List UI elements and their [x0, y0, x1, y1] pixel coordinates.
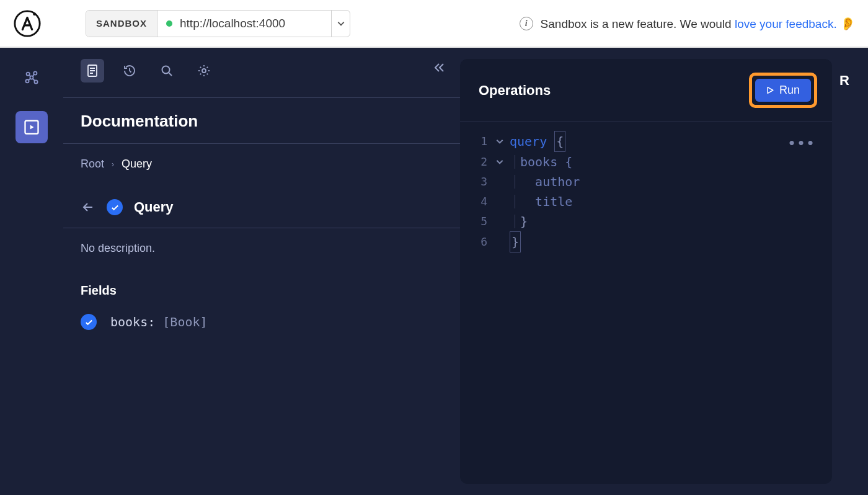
fold-icon[interactable]: [494, 137, 506, 146]
response-panel-title: R: [832, 59, 867, 495]
feedback-banner: i Sandbox is a new feature. We would lov…: [520, 16, 856, 31]
svg-point-1: [33, 12, 36, 16]
breadcrumb: Root › Query: [63, 144, 460, 190]
type-name: Query: [134, 199, 174, 215]
run-button[interactable]: Run: [755, 79, 811, 102]
settings-icon[interactable]: [192, 59, 216, 82]
endpoint-dropdown-toggle[interactable]: [331, 11, 350, 37]
banner-text: Sandbox is a new feature. We would: [541, 17, 735, 30]
play-icon: [766, 86, 774, 94]
info-icon: i: [520, 17, 533, 30]
code-keyword: query: [510, 132, 547, 151]
code-brace: {: [554, 131, 565, 152]
history-icon[interactable]: [118, 59, 141, 82]
run-button-highlight: Run: [749, 73, 817, 108]
line-number: 3: [471, 173, 487, 191]
line-number: 6: [471, 233, 487, 251]
main-area: Documentation Root › Query Query No desc…: [0, 48, 868, 495]
type-description: No description.: [63, 228, 460, 269]
feedback-link[interactable]: love your feedback.: [735, 17, 837, 30]
svg-point-0: [15, 11, 40, 35]
line-number: 5: [471, 213, 487, 231]
ear-icon: 👂: [840, 17, 856, 30]
line-number: 1: [471, 133, 487, 151]
check-badge-icon: [107, 199, 123, 215]
schema-graph-icon[interactable]: [16, 61, 48, 94]
endpoint-url[interactable]: http://localhost:4000: [157, 11, 331, 37]
svg-point-9: [162, 66, 170, 74]
code-token: title: [535, 192, 572, 212]
line-number: 2: [471, 153, 487, 171]
top-bar: SANDBOX http://localhost:4000 i Sandbox …: [0, 0, 868, 48]
breadcrumb-current: Query: [122, 158, 152, 171]
endpoint-selector[interactable]: SANDBOX http://localhost:4000: [86, 10, 350, 37]
query-editor[interactable]: ••• 1 query { 2 books { 3: [460, 122, 832, 261]
chevron-right-icon: ›: [112, 160, 114, 169]
status-dot-icon: [166, 20, 172, 27]
fold-icon[interactable]: [494, 158, 506, 166]
doc-title: Documentation: [63, 98, 460, 144]
apollo-logo: [12, 9, 42, 38]
field-type: [Book]: [162, 314, 207, 329]
search-icon[interactable]: [155, 59, 179, 82]
documentation-panel: Documentation Root › Query Query No desc…: [63, 48, 460, 495]
field-check-icon: [81, 314, 97, 330]
operations-panel: Operations Run ••• 1 query {: [460, 59, 832, 484]
run-button-label: Run: [779, 84, 800, 97]
fields-heading: Fields: [63, 269, 460, 309]
operations-header: Operations Run: [460, 73, 832, 122]
field-row[interactable]: books: [Book]: [63, 309, 460, 335]
doc-tab-icon[interactable]: [81, 59, 104, 82]
field-name: books:: [110, 314, 155, 329]
ops-wrap: Operations Run ••• 1 query {: [460, 48, 868, 495]
doc-toolbar: [63, 59, 460, 98]
breadcrumb-root[interactable]: Root: [81, 158, 104, 171]
back-arrow-icon[interactable]: [81, 200, 95, 215]
more-options-icon[interactable]: •••: [788, 133, 816, 153]
endpoint-url-text: http://localhost:4000: [180, 17, 285, 30]
left-rail: [0, 48, 63, 495]
type-header: Query: [63, 190, 460, 228]
code-brace: }: [520, 212, 528, 231]
svg-point-10: [202, 69, 206, 73]
sandbox-badge: SANDBOX: [86, 11, 157, 37]
code-token: author: [535, 172, 580, 192]
collapse-panel-icon[interactable]: [432, 60, 446, 78]
code-token: books {: [520, 152, 572, 172]
explorer-icon[interactable]: [16, 111, 48, 143]
code-brace: }: [510, 231, 521, 252]
line-number: 4: [471, 193, 487, 211]
operations-title: Operations: [479, 82, 551, 99]
